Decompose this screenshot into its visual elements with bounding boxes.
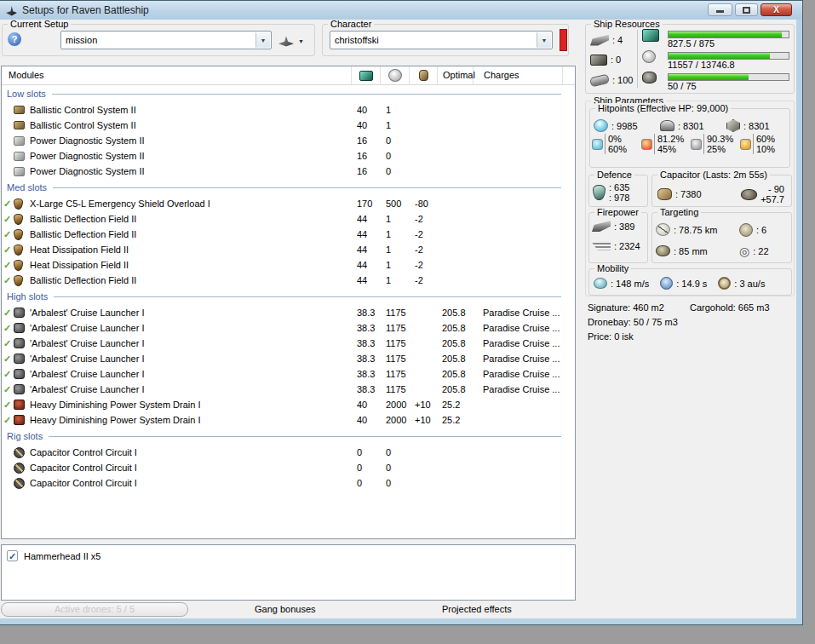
module-icon: [14, 415, 25, 425]
help-icon[interactable]: ?: [8, 32, 21, 46]
cap-booster-icon: [741, 189, 757, 200]
module-icon: [14, 136, 25, 146]
thermal-resist: 81.2%45%: [641, 134, 691, 154]
setup-select[interactable]: mission ▼: [60, 31, 272, 49]
modules-header-title: Modules: [2, 66, 351, 84]
turret-icon: [590, 35, 609, 46]
module-row[interactable]: ✓'Arbalest' Cruise Launcher I38.31175205…: [2, 336, 575, 351]
module-optimal: [437, 196, 473, 211]
em-resist-shield: 0%: [608, 134, 627, 144]
module-optimal: [437, 227, 473, 242]
module-row[interactable]: Power Diagnostic System II160: [2, 164, 575, 179]
module-pg: 1175: [380, 351, 409, 366]
active-drones-button[interactable]: Active drones: 5 / 5: [1, 602, 188, 617]
module-charges: [473, 257, 562, 273]
module-cap: -2: [409, 242, 437, 257]
section-header-med-slots: Med slots: [2, 179, 575, 196]
module-cpu: 44: [351, 211, 380, 227]
chevron-down-icon[interactable]: ▼: [537, 32, 551, 48]
module-optimal: [437, 118, 473, 133]
module-cap: [409, 460, 437, 475]
ship-config-button[interactable]: ▼: [278, 32, 314, 49]
module-cpu: 40: [351, 118, 380, 133]
module-cap: -80: [409, 196, 437, 211]
module-cpu: 0: [351, 445, 380, 460]
module-row[interactable]: Capacitor Control Circuit I00: [2, 475, 575, 491]
skill-alert-indicator: [560, 29, 567, 51]
fitted-check-icon: ✓: [2, 211, 14, 227]
app-ship-icon: [6, 5, 17, 16]
module-name: Ballistic Deflection Field II: [28, 273, 351, 288]
powergrid-icon: [642, 50, 656, 63]
module-row[interactable]: ✓Ballistic Deflection Field II441-2: [2, 273, 575, 288]
module-row[interactable]: Ballistic Control System II401: [2, 102, 575, 118]
module-row[interactable]: Power Diagnostic System II160: [2, 148, 575, 164]
character-select[interactable]: christoffski ▼: [330, 31, 553, 49]
eft-window: Setups for Raven Battleship X Current Se…: [0, 0, 803, 625]
fitted-check-icon: ✓: [2, 305, 14, 320]
close-button[interactable]: X: [760, 3, 792, 16]
module-name: Heat Dissipation Field II: [28, 242, 351, 257]
fitted-check-icon: ✓: [2, 397, 14, 412]
dps-icon: [592, 221, 611, 232]
speed-icon: [594, 278, 607, 289]
em-resist: 0%60%: [592, 134, 641, 154]
module-row[interactable]: ✓'Arbalest' Cruise Launcher I38.31175205…: [2, 351, 575, 366]
section-label: High slots: [2, 288, 48, 305]
section-divider: [52, 94, 561, 95]
module-optimal: [437, 102, 473, 118]
capacitor-drain-value: - 90: [760, 184, 784, 194]
section-divider: [49, 436, 561, 437]
module-pg: 1: [380, 273, 409, 288]
module-row[interactable]: ✓Heat Dissipation Field II441-2: [2, 257, 575, 273]
module-row[interactable]: ✓X-Large C5-L Emergency Shield Overload …: [2, 196, 575, 211]
module-row[interactable]: ✓'Arbalest' Cruise Launcher I38.31175205…: [2, 305, 575, 320]
module-cpu: 16: [351, 133, 380, 148]
module-name: Power Diagnostic System II: [28, 133, 351, 148]
module-cpu: 44: [351, 257, 380, 273]
kinetic-resist-shield: 90.3%: [707, 134, 733, 144]
sensor-strength-icon: ◎: [739, 245, 749, 257]
module-pg: 1175: [380, 305, 409, 320]
module-row[interactable]: ✓Heavy Diminishing Power System Drain I4…: [2, 412, 575, 428]
titlebar[interactable]: Setups for Raven Battleship X: [0, 1, 802, 20]
setup-select-value: mission: [66, 34, 97, 47]
module-icon: [14, 384, 25, 394]
scan-resolution: : 85 mm: [656, 245, 739, 256]
module-cpu: 38.3: [351, 336, 380, 351]
module-row[interactable]: Ballistic Control System II401: [2, 118, 575, 133]
module-row[interactable]: ✓'Arbalest' Cruise Launcher I38.31175205…: [2, 366, 575, 382]
chevron-down-icon[interactable]: ▼: [255, 32, 270, 48]
maximize-button[interactable]: [735, 3, 758, 16]
module-cap: [409, 320, 437, 336]
module-row[interactable]: ✓Ballistic Deflection Field II441-2: [2, 227, 575, 242]
module-optimal: [437, 460, 473, 475]
calibration-icon: [589, 73, 610, 87]
targeting-label: Targeting: [657, 207, 701, 217]
module-cpu: 40: [351, 412, 380, 428]
projected-effects-button[interactable]: Projected effects: [442, 604, 512, 614]
current-setup-label: Current Setup: [8, 20, 71, 29]
module-row[interactable]: ✓Heavy Diminishing Power System Drain I4…: [2, 397, 575, 412]
module-row[interactable]: Power Diagnostic System II160: [2, 133, 575, 148]
fitted-check-icon: ✓: [2, 366, 14, 382]
drone-checkbox[interactable]: ✓: [7, 550, 18, 561]
targeting-range-value: : 78.75 km: [674, 225, 717, 235]
kinetic-resist-icon: [691, 139, 702, 150]
module-cap: [409, 148, 437, 164]
drone-row[interactable]: ✓ Hammerhead II x5: [2, 545, 575, 561]
module-row[interactable]: ✓'Arbalest' Cruise Launcher I38.31175205…: [2, 382, 575, 397]
armor-hp-value: : 8301: [678, 121, 704, 131]
module-row[interactable]: ✓'Arbalest' Cruise Launcher I38.31175205…: [2, 320, 575, 336]
minimize-button[interactable]: [708, 3, 732, 16]
structure-icon: [726, 119, 740, 132]
module-row[interactable]: ✓Heat Dissipation Field II441-2: [2, 242, 575, 257]
sensor-strength-value: : 22: [753, 246, 768, 256]
section-label: Low slots: [2, 85, 46, 102]
gang-bonuses-button[interactable]: Gang bonuses: [255, 604, 316, 614]
module-row[interactable]: Capacitor Control Circuit I00: [2, 445, 575, 460]
module-row[interactable]: Capacitor Control Circuit I00: [2, 460, 575, 475]
module-row[interactable]: ✓Ballistic Deflection Field II441-2: [2, 211, 575, 227]
module-charges: [473, 102, 562, 118]
module-cpu: 40: [351, 397, 380, 412]
